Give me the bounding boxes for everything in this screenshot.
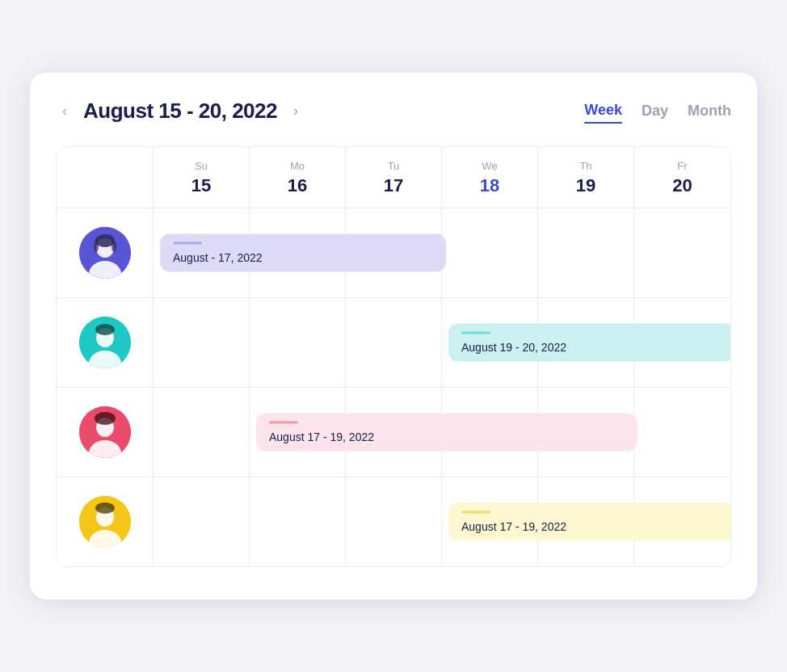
day-abbr-th: Th: [545, 160, 627, 172]
next-button[interactable]: ›: [287, 99, 305, 123]
calendar-container: ‹ August 15 - 20, 2022 › Week Day Month …: [30, 73, 757, 599]
event-bar-2[interactable]: August 19 - 20, 2022: [448, 324, 731, 362]
avatar-4: [79, 496, 131, 548]
row2-tu: [346, 298, 442, 387]
row4-su: [154, 477, 250, 566]
row2-mo: [250, 298, 346, 387]
avatar-cell-1: [57, 208, 154, 297]
row4-we: August 17 - 19, 2022: [442, 477, 538, 566]
row3-mo: August 17 - 19, 2022: [250, 388, 346, 477]
nav-group: ‹ August 15 - 20, 2022 ›: [56, 99, 305, 124]
day-num-fr: 20: [641, 175, 724, 196]
day-abbr-we: We: [448, 160, 531, 172]
row4-tu: [346, 477, 442, 566]
avatar-cell-3: [57, 388, 154, 477]
view-tabs: Week Day Month: [584, 99, 731, 124]
svg-point-13: [95, 412, 116, 425]
event-bar-1[interactable]: August - 17, 2022: [160, 234, 446, 272]
day-num-mo: 16: [256, 175, 339, 196]
tab-month[interactable]: Month: [688, 99, 731, 123]
day-abbr-tu: Tu: [352, 160, 435, 172]
avatar-3: [79, 406, 131, 458]
day-header-mo: Mo 16: [250, 147, 346, 208]
row1-su: August - 17, 2022: [154, 208, 250, 297]
day-num-su: 15: [160, 175, 242, 196]
svg-point-5: [112, 241, 116, 252]
row1-we: [442, 208, 538, 297]
row1-th: [538, 208, 634, 297]
event-label-3: August 17 - 19, 2022: [269, 430, 625, 443]
row4-mo: [250, 477, 346, 566]
svg-point-9: [95, 324, 115, 335]
tab-week[interactable]: Week: [584, 99, 622, 124]
calendar-grid: Su 15 Mo 16 Tu 17 We 18 Th 19 Fr 20: [56, 146, 731, 567]
event-label-4: August 17 - 19, 2022: [461, 520, 722, 533]
event-bar-4[interactable]: August 17 - 19, 2022: [448, 503, 731, 541]
avatar-2: [79, 317, 131, 368]
svg-point-4: [94, 241, 99, 252]
calendar-row-2: August 19 - 20, 2022: [57, 298, 730, 388]
empty-header-cell: [57, 147, 154, 208]
date-range: August 15 - 20, 2022: [83, 99, 277, 124]
calendar-row-3: August 17 - 19, 2022: [57, 388, 730, 477]
day-header-tu: Tu 17: [346, 147, 442, 208]
day-num-th: 19: [545, 175, 627, 196]
svg-point-17: [95, 502, 115, 514]
avatar-cell-4: [57, 477, 154, 566]
day-header-th: Th 19: [538, 147, 634, 208]
row3-fr: [634, 388, 730, 477]
calendar-row-1: August - 17, 2022: [57, 208, 730, 298]
avatar-cell-2: [57, 298, 154, 387]
prev-button[interactable]: ‹: [56, 99, 74, 123]
day-abbr-fr: Fr: [641, 160, 724, 172]
calendar-header: ‹ August 15 - 20, 2022 › Week Day Month: [56, 99, 731, 124]
tab-day[interactable]: Day: [642, 99, 668, 123]
day-header-su: Su 15: [154, 147, 250, 208]
row1-fr: [634, 208, 730, 297]
day-num-tu: 17: [352, 175, 435, 196]
calendar-row-4: August 17 - 19, 2022: [57, 477, 730, 566]
event-label-2: August 19 - 20, 2022: [461, 341, 722, 354]
row2-su: [154, 298, 250, 387]
day-num-we: 18: [448, 175, 531, 196]
day-abbr-mo: Mo: [256, 160, 339, 172]
day-abbr-su: Su: [160, 160, 242, 172]
day-header-we: We 18: [442, 147, 538, 208]
row2-we: August 19 - 20, 2022: [442, 298, 538, 387]
day-header-fr: Fr 20: [634, 147, 730, 208]
event-label-1: August - 17, 2022: [173, 251, 433, 264]
row3-su: [154, 388, 250, 477]
avatar-1: [79, 227, 131, 279]
calendar-header-row: Su 15 Mo 16 Tu 17 We 18 Th 19 Fr 20: [57, 147, 730, 208]
event-bar-3[interactable]: August 17 - 19, 2022: [256, 414, 638, 452]
